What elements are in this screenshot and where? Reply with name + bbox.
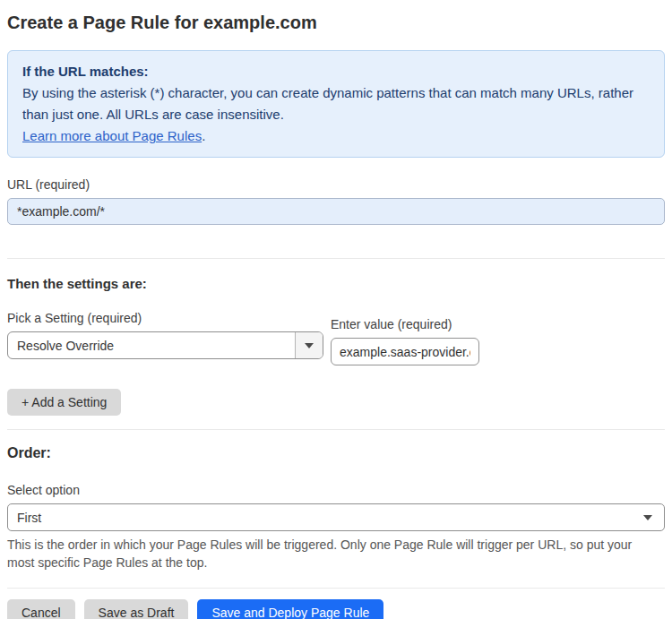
enter-value-column: Enter value (required) [331, 318, 479, 365]
order-help-text: This is the order in which your Page Rul… [7, 536, 652, 572]
cancel-button[interactable]: Cancel [7, 599, 75, 619]
save-and-deploy-button[interactable]: Save and Deploy Page Rule [197, 599, 383, 619]
url-match-info-box: If the URL matches: By using the asteris… [7, 50, 665, 158]
order-select-label: Select option [7, 483, 665, 497]
section-divider [7, 258, 665, 259]
info-box-body: By using the asterisk (*) character, you… [22, 82, 650, 125]
pick-setting-column: Pick a Setting (required) Resolve Overri… [7, 312, 323, 359]
footer-actions: Cancel Save as Draft Save and Deploy Pag… [7, 599, 665, 619]
settings-section-heading: Then the settings are: [7, 277, 665, 291]
order-section-heading: Order: [7, 445, 665, 460]
create-page-rule-panel: Create a Page Rule for example.com If th… [0, 12, 672, 619]
section-divider [7, 429, 665, 430]
url-field-label: URL (required) [7, 178, 665, 191]
url-input[interactable] [7, 198, 665, 225]
add-setting-button[interactable]: + Add a Setting [7, 389, 121, 416]
setting-dropdown-arrow-button[interactable] [295, 332, 323, 358]
info-box-link-line: Learn more about Page Rules. [22, 125, 650, 147]
order-select[interactable]: First [7, 503, 665, 531]
order-select-wrap: First [7, 503, 665, 531]
setting-dropdown[interactable]: Resolve Override [7, 331, 323, 359]
page-title: Create a Page Rule for example.com [7, 12, 665, 33]
learn-more-link[interactable]: Learn more about Page Rules [22, 128, 202, 143]
caret-down-icon [305, 343, 314, 348]
setting-value-input[interactable] [331, 338, 479, 365]
caret-down-icon [643, 515, 652, 520]
order-select-value: First [17, 511, 41, 525]
save-as-draft-button[interactable]: Save as Draft [84, 599, 189, 619]
enter-value-label: Enter value (required) [331, 318, 479, 331]
link-suffix-text: . [202, 128, 205, 143]
info-box-heading: If the URL matches: [22, 61, 650, 82]
pick-setting-label: Pick a Setting (required) [7, 312, 323, 324]
setting-dropdown-value: Resolve Override [8, 332, 295, 358]
footer-divider [7, 588, 665, 589]
settings-row: Pick a Setting (required) Resolve Overri… [7, 312, 665, 365]
